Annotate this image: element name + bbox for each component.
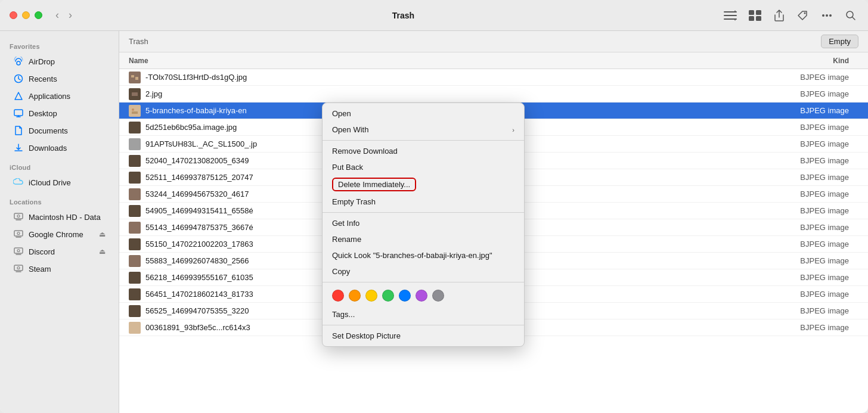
- share-button[interactable]: [771, 7, 787, 24]
- context-menu-tags[interactable]: Tags...: [323, 306, 524, 322]
- google-chrome-label: Google Chrome: [29, 230, 83, 239]
- svg-rect-15: [14, 213, 23, 219]
- separator-1: [323, 140, 524, 141]
- sidebar-item-macintosh-hd[interactable]: Macintosh HD - Data: [4, 209, 115, 225]
- put-back-label: Put Back: [332, 163, 363, 172]
- applications-icon: [13, 91, 24, 101]
- desktop-label: Desktop: [29, 109, 57, 118]
- tag-orange[interactable]: [349, 290, 361, 302]
- macintosh-hd-label: Macintosh HD - Data: [29, 213, 101, 222]
- context-menu-set-desktop-picture[interactable]: Set Desktop Picture: [323, 328, 524, 344]
- context-menu-quick-look[interactable]: Quick Look "5-branches-of-babaji-kriya-e…: [323, 247, 524, 263]
- tag-button[interactable]: [794, 7, 811, 24]
- context-menu-open[interactable]: Open: [323, 105, 524, 122]
- steam-label: Steam: [29, 265, 51, 274]
- back-button[interactable]: ‹: [52, 7, 63, 24]
- context-menu-open-with[interactable]: Open With ›: [323, 122, 524, 138]
- context-menu-empty-trash[interactable]: Empty Trash: [323, 194, 524, 210]
- finder-window: ‹ › Trash: [0, 0, 868, 413]
- minimize-button[interactable]: [22, 11, 30, 19]
- recents-label: Recents: [29, 74, 57, 83]
- airdrop-icon: [13, 56, 24, 67]
- tag-blue[interactable]: [399, 290, 411, 302]
- sidebar-item-applications[interactable]: Applications: [4, 88, 115, 104]
- sidebar-item-steam[interactable]: Steam: [4, 260, 115, 277]
- list-view-button[interactable]: [721, 8, 739, 23]
- tag-green[interactable]: [382, 290, 394, 302]
- context-menu-delete-immediately[interactable]: Delete Immediately...: [323, 175, 524, 194]
- tag-red[interactable]: [332, 290, 344, 302]
- svg-point-20: [17, 250, 20, 252]
- discord-label: Discord: [29, 247, 55, 256]
- google-chrome-icon: [13, 229, 24, 240]
- icloud-drive-label: iCloud Drive: [29, 178, 71, 187]
- icloud-header: iCloud: [0, 157, 119, 173]
- svg-point-22: [17, 267, 20, 269]
- icloud-drive-icon: [13, 177, 24, 188]
- svg-point-10: [829, 14, 832, 17]
- macintosh-hd-icon: [13, 212, 24, 222]
- titlebar: ‹ › Trash: [0, 0, 868, 31]
- svg-rect-14: [14, 110, 23, 116]
- copy-label: Copy: [332, 267, 350, 276]
- maximize-button[interactable]: [35, 11, 42, 19]
- open-with-arrow-icon: ›: [512, 126, 514, 133]
- sidebar-item-google-chrome[interactable]: Google Chrome ⏏: [4, 226, 115, 243]
- sidebar-item-recents[interactable]: Recents: [4, 70, 115, 87]
- airdrop-label: AirDrop: [29, 57, 55, 66]
- documents-icon: [13, 125, 24, 136]
- close-button[interactable]: [10, 11, 17, 19]
- main-content: Favorites AirDrop: [0, 31, 868, 413]
- sidebar-item-documents[interactable]: Documents: [4, 122, 115, 139]
- more-button[interactable]: [818, 8, 836, 23]
- svg-rect-21: [14, 265, 23, 271]
- sidebar: Favorites AirDrop: [0, 31, 119, 413]
- window-title: Trash: [85, 11, 721, 20]
- sidebar-item-downloads[interactable]: Downloads: [4, 139, 115, 156]
- nav-buttons: ‹ ›: [52, 7, 76, 24]
- grid-view-button[interactable]: [746, 8, 764, 23]
- context-menu-remove-download[interactable]: Remove Download: [323, 143, 524, 159]
- documents-label: Documents: [29, 126, 68, 135]
- context-menu-copy[interactable]: Copy: [323, 263, 524, 280]
- desktop-icon: [13, 108, 24, 119]
- traffic-lights: [10, 11, 42, 19]
- svg-point-9: [826, 14, 828, 17]
- sidebar-item-desktop[interactable]: Desktop: [4, 105, 115, 122]
- tag-gray[interactable]: [432, 290, 444, 302]
- get-info-label: Get Info: [332, 219, 359, 228]
- forward-button[interactable]: ›: [65, 7, 76, 24]
- svg-point-8: [822, 14, 824, 17]
- svg-rect-19: [14, 248, 23, 253]
- recents-icon: [13, 73, 24, 84]
- context-menu-overlay: Open Open With › Remove Download Put Bac…: [119, 31, 868, 413]
- delete-immediately-label: Delete Immediately...: [332, 178, 416, 191]
- context-menu-get-info[interactable]: Get Info: [323, 215, 524, 231]
- google-chrome-eject[interactable]: ⏏: [99, 230, 106, 238]
- sidebar-item-airdrop[interactable]: AirDrop: [4, 53, 115, 70]
- tag-purple[interactable]: [416, 290, 427, 302]
- titlebar-controls: [721, 7, 858, 24]
- tag-yellow[interactable]: [365, 290, 377, 302]
- search-button[interactable]: [843, 8, 858, 23]
- context-menu-put-back[interactable]: Put Back: [323, 159, 524, 175]
- svg-point-11: [847, 11, 853, 18]
- context-menu-open-with-label: Open With: [332, 125, 368, 134]
- separator-2: [323, 212, 524, 213]
- context-menu-rename[interactable]: Rename: [323, 231, 524, 247]
- color-tag-row: [323, 285, 524, 306]
- quick-look-label: Quick Look "5-branches-of-babaji-kriya-e…: [332, 251, 492, 260]
- sidebar-item-icloud-drive[interactable]: iCloud Drive: [4, 174, 115, 191]
- steam-icon: [13, 263, 24, 274]
- discord-eject[interactable]: ⏏: [99, 247, 106, 256]
- context-menu-open-label: Open: [332, 109, 351, 118]
- svg-rect-4: [756, 10, 761, 15]
- downloads-label: Downloads: [29, 144, 67, 153]
- rename-label: Rename: [332, 235, 361, 244]
- set-desktop-picture-label: Set Desktop Picture: [332, 331, 401, 340]
- tags-label: Tags...: [332, 310, 355, 319]
- separator-3: [323, 282, 524, 282]
- svg-rect-1: [724, 15, 737, 16]
- sidebar-item-discord[interactable]: Discord ⏏: [4, 243, 115, 260]
- empty-trash-label: Empty Trash: [332, 197, 376, 206]
